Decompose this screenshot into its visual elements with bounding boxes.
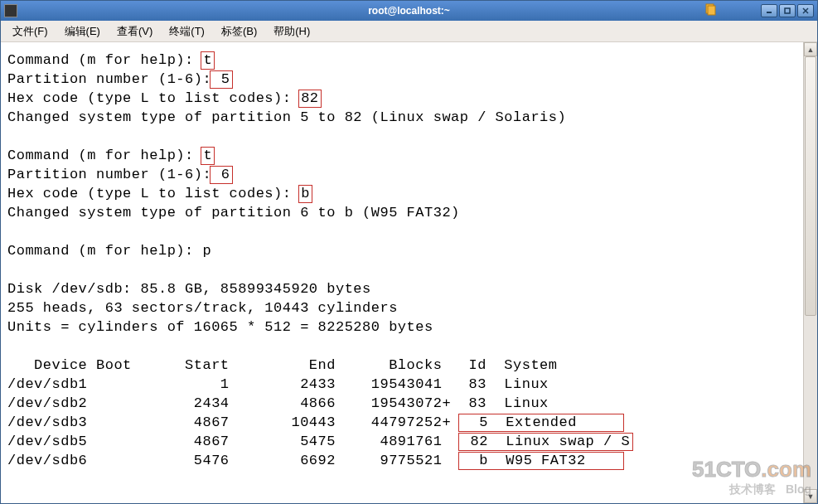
document-stack-icon — [703, 2, 718, 17]
maximize-button[interactable] — [779, 4, 796, 17]
menu-terminal[interactable]: 终端(T) — [162, 22, 211, 41]
out-line: Changed system type of partition 6 to b … — [7, 205, 460, 220]
table-header: Device Boot Start End Blocks Id System — [7, 357, 558, 373]
menu-tabs[interactable]: 标签(B) — [215, 22, 264, 41]
scroll-thumb[interactable] — [805, 56, 816, 316]
table-row: /dev/sdb2 2434 4866 19543072+ 83 Linux — [7, 395, 549, 411]
row-highlight-fat32: b W95 FAT32 — [458, 452, 625, 470]
titlebar[interactable]: root@localhost:~ — [1, 1, 817, 21]
out-line: 255 heads, 63 sectors/track, 10443 cylin… — [7, 300, 398, 316]
input-highlight-hex1: 82 — [298, 90, 321, 108]
input-highlight-t1: t — [201, 51, 215, 70]
row-highlight-extended: 5 Extended — [458, 414, 625, 432]
table-row: /dev/sdb3 4867 10443 44797252+ — [7, 414, 460, 430]
menu-edit[interactable]: 编辑(E) — [58, 22, 107, 41]
terminal-area: Command (m for help): t Partition number… — [1, 42, 817, 503]
row-highlight-swap: 82 Linux swap / S — [458, 433, 633, 451]
input-highlight-hex2: b — [298, 185, 312, 203]
input-highlight-t2: t — [201, 147, 215, 165]
table-row: /dev/sdb5 4867 5475 4891761 — [7, 434, 460, 449]
menu-view[interactable]: 查看(V) — [110, 22, 159, 41]
input-highlight-partnum1: 5 — [210, 70, 232, 89]
scroll-up-button[interactable]: ▲ — [804, 42, 817, 56]
menubar: 文件(F) 编辑(E) 查看(V) 终端(T) 标签(B) 帮助(H) — [1, 21, 817, 42]
out-line: Command (m for help): — [7, 52, 202, 68]
out-line: Hex code (type L to list codes): — [7, 90, 300, 106]
close-button[interactable] — [797, 4, 814, 17]
window-controls — [761, 4, 814, 17]
terminal-output[interactable]: Command (m for help): t Partition number… — [1, 42, 803, 503]
table-row: /dev/sdb6 5476 6692 9775521 — [7, 453, 460, 468]
menu-file[interactable]: 文件(F) — [6, 22, 55, 41]
out-line: Disk /dev/sdb: 85.8 GB, 85899345920 byte… — [7, 281, 371, 297]
out-line: Command (m for help): p — [7, 243, 211, 259]
out-line: Hex code (type L to list codes): — [7, 186, 300, 201]
out-line: Partition number (1-6): — [7, 167, 211, 182]
svg-rect-3 — [785, 8, 790, 13]
out-line: Command (m for help): — [7, 148, 202, 163]
out-line: Partition number (1-6): — [7, 71, 211, 87]
out-line: Changed system type of partition 5 to 82… — [7, 109, 566, 125]
vertical-scrollbar[interactable]: ▲ ▼ — [803, 42, 817, 503]
window-title: root@localhost:~ — [368, 5, 450, 17]
menu-help[interactable]: 帮助(H) — [267, 22, 317, 41]
minimize-button[interactable] — [761, 4, 777, 17]
svg-rect-1 — [708, 6, 715, 15]
input-highlight-partnum2: 6 — [210, 166, 232, 184]
scroll-down-button[interactable]: ▼ — [804, 489, 817, 503]
table-row: /dev/sdb1 1 2433 19543041 83 Linux — [7, 376, 549, 392]
scroll-track[interactable] — [804, 56, 817, 489]
out-line: Units = cylinders of 16065 * 512 = 82252… — [7, 319, 433, 335]
app-icon — [4, 4, 17, 17]
terminal-window: root@localhost:~ 文件(F) 编辑(E) 查看(V) 终端(T)… — [0, 0, 818, 504]
